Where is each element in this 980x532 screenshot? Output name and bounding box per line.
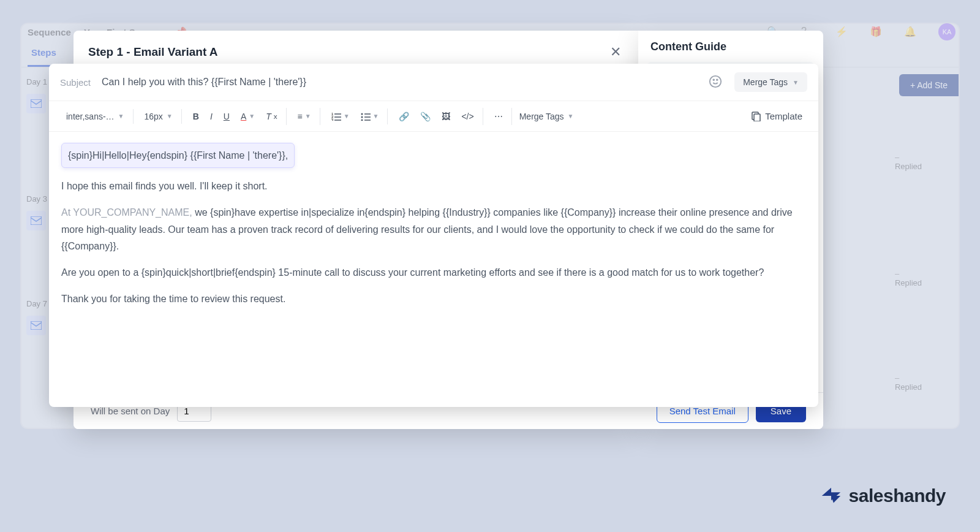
- spin-syntax-highlight: {spin}Hi|Hello|Hey{endspin} {{First Name…: [61, 143, 295, 168]
- link-icon[interactable]: 🔗: [394, 108, 414, 125]
- modal-title: Step 1 - Email Variant A: [88, 45, 218, 59]
- bold-button[interactable]: B: [188, 108, 204, 125]
- emoji-icon[interactable]: [709, 75, 723, 89]
- email-step-icon[interactable]: [26, 94, 46, 113]
- svg-point-3: [710, 76, 721, 87]
- editor-toolbar: inter,sans-…▼ 16px▼ B I U A▼ Tx ≡▼ 123▼ …: [49, 101, 818, 132]
- chevron-down-icon: ▼: [793, 79, 799, 86]
- svg-point-4: [714, 79, 715, 80]
- tab-steps[interactable]: Steps: [28, 40, 60, 67]
- bell-icon[interactable]: 🔔: [904, 26, 916, 38]
- unordered-list-button[interactable]: ▼: [356, 108, 384, 124]
- svg-rect-2: [31, 321, 42, 330]
- gift-icon[interactable]: 🎁: [870, 26, 882, 38]
- replied-label: Replied: [895, 162, 922, 171]
- email-step-icon[interactable]: [26, 316, 46, 335]
- underline-button[interactable]: U: [219, 108, 235, 125]
- font-family-dropdown[interactable]: inter,sans-…▼: [61, 109, 129, 124]
- merge-tags-label: Merge Tags: [743, 77, 788, 87]
- svg-point-16: [361, 119, 363, 121]
- font-size-dropdown[interactable]: 16px▼: [140, 109, 178, 124]
- ordered-list-button[interactable]: 123▼: [326, 108, 355, 124]
- dash: –: [895, 373, 922, 382]
- align-button[interactable]: ≡▼: [293, 108, 316, 125]
- email-body-editor[interactable]: {spin}Hi|Hello|Hey{endspin} {{First Name…: [49, 132, 818, 407]
- template-button[interactable]: Template: [744, 107, 810, 125]
- text-color-button[interactable]: A▼: [236, 108, 260, 125]
- svg-rect-19: [754, 114, 760, 121]
- image-icon[interactable]: 🖼: [437, 108, 455, 125]
- content-guide-title: Content Guide: [638, 40, 823, 62]
- saleshandy-logo: saleshandy: [820, 484, 946, 507]
- clear-format-button[interactable]: Tx: [261, 108, 282, 125]
- body-paragraph: Are you open to a {spin}quick|short|brie…: [61, 264, 806, 281]
- chevron-down-icon: ▼: [118, 113, 124, 120]
- subject-input[interactable]: [102, 77, 698, 88]
- body-paragraph: At YOUR_COMPANY_NAME, we {spin}have expe…: [61, 204, 806, 254]
- svg-rect-1: [31, 216, 42, 225]
- svg-text:3: 3: [331, 118, 334, 121]
- more-icon[interactable]: ⋯: [489, 108, 508, 125]
- dash: –: [895, 269, 922, 278]
- sent-day-label: Will be sent on Day: [91, 406, 170, 416]
- editor-panel: Subject Merge Tags ▼ inter,sans-…▼ 16px▼…: [49, 64, 818, 407]
- dash: –: [895, 153, 922, 162]
- svg-rect-0: [31, 99, 42, 108]
- replied-label: Replied: [895, 278, 922, 287]
- breadcrumb[interactable]: Sequence: [28, 27, 71, 37]
- italic-button[interactable]: I: [205, 108, 217, 125]
- bolt-icon[interactable]: ⚡: [835, 26, 848, 38]
- merge-tags-toolbar-button[interactable]: Merge Tags▼: [514, 109, 579, 124]
- chevron-down-icon: ▼: [167, 113, 173, 120]
- svg-point-14: [361, 116, 363, 118]
- subject-label: Subject: [60, 77, 91, 88]
- svg-point-12: [361, 113, 363, 115]
- add-step-button[interactable]: + Add Ste: [899, 74, 959, 96]
- logo-text: saleshandy: [849, 485, 946, 506]
- replied-label: Replied: [895, 382, 922, 392]
- svg-point-5: [717, 79, 718, 80]
- body-paragraph: Thank you for taking the time to review …: [61, 291, 806, 307]
- chevron-down-icon: ▼: [568, 113, 574, 120]
- merge-tags-button[interactable]: Merge Tags ▼: [734, 72, 807, 92]
- code-icon[interactable]: </>: [456, 108, 478, 125]
- logo-icon: [820, 484, 843, 507]
- avatar[interactable]: KA: [938, 23, 956, 40]
- email-step-icon[interactable]: [26, 211, 46, 230]
- body-paragraph: I hope this email finds you well. I'll k…: [61, 178, 806, 194]
- attachment-icon[interactable]: 📎: [415, 108, 435, 125]
- close-icon[interactable]: ✕: [608, 42, 624, 63]
